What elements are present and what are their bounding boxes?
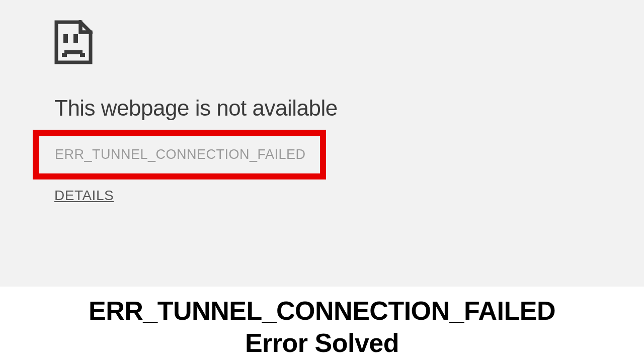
error-heading: This webpage is not available (54, 96, 644, 121)
details-link[interactable]: DETAILS (54, 188, 114, 204)
chrome-error-page: This webpage is not available ERR_TUNNEL… (0, 0, 644, 287)
caption-title-line2: Error Solved (0, 328, 644, 358)
svg-rect-4 (80, 53, 85, 57)
error-code-highlight-box: ERR_TUNNEL_CONNECTION_FAILED (33, 130, 326, 179)
svg-rect-3 (62, 53, 67, 57)
svg-rect-2 (64, 50, 83, 54)
error-code-text: ERR_TUNNEL_CONNECTION_FAILED (55, 147, 306, 162)
error-content: This webpage is not available ERR_TUNNEL… (0, 20, 644, 204)
svg-rect-0 (63, 34, 68, 43)
sad-page-icon (54, 20, 644, 66)
caption-title-line1: ERR_TUNNEL_CONNECTION_FAILED (0, 296, 644, 326)
caption-area: ERR_TUNNEL_CONNECTION_FAILED Error Solve… (0, 287, 644, 358)
svg-rect-1 (73, 34, 78, 43)
